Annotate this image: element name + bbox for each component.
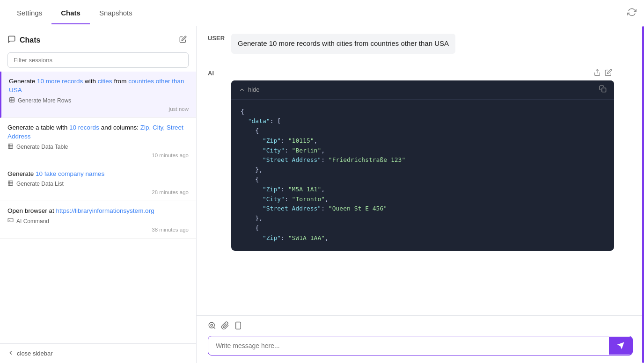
message-input-wrap	[208, 336, 633, 356]
vision-button[interactable]	[208, 321, 216, 332]
code-block: hide { "data": [ {	[231, 80, 614, 251]
sidebar-header: Chats	[0, 26, 196, 51]
chat-icon	[7, 35, 16, 45]
code-content: { "data": [ { "Zip": "10115", "City": "B…	[231, 100, 614, 251]
top-tabs-bar: Settings Chats Snapshots	[0, 0, 644, 26]
share-button[interactable]	[593, 69, 601, 78]
session-title: Generate 10 more records with cities fro…	[9, 77, 189, 95]
svg-rect-9	[236, 322, 241, 329]
chevron-left-icon	[7, 349, 14, 357]
svg-point-6	[209, 322, 214, 328]
tab-settings[interactable]: Settings	[7, 1, 51, 24]
main-layout: Chats Generate 10 more records with citi…	[0, 26, 644, 363]
sidebar-title: Chats	[7, 35, 40, 45]
table-icon	[7, 180, 14, 188]
svg-rect-5	[602, 88, 606, 92]
ai-message-actions	[231, 69, 614, 78]
session-time: 10 minutes ago	[7, 152, 189, 158]
session-meta-label: Generate Data List	[16, 181, 64, 187]
copy-button[interactable]	[599, 85, 607, 94]
user-message-content: Generate 10 more records with cities fro…	[231, 34, 614, 54]
svg-line-8	[213, 327, 215, 328]
session-time: just now	[9, 106, 189, 112]
session-title: Generate a table with 10 records and col…	[7, 123, 189, 141]
message-input[interactable]	[208, 336, 609, 355]
tab-snapshots[interactable]: Snapshots	[90, 1, 142, 24]
session-meta-label: AI Command	[16, 218, 49, 225]
session-meta: Generate More Rows	[9, 97, 189, 104]
filter-sessions-input[interactable]	[7, 52, 189, 68]
table-icon	[7, 143, 14, 151]
user-role-label: USER	[208, 34, 231, 42]
svg-rect-0	[10, 97, 15, 102]
svg-point-7	[211, 324, 213, 327]
session-meta: Generate Data List	[7, 180, 189, 188]
refresh-button[interactable]	[627, 7, 637, 19]
ai-message-row: AI	[197, 61, 625, 258]
list-item[interactable]: Generate 10 fake company names Generate …	[0, 164, 196, 202]
list-item[interactable]: Open browser at https://libraryinformati…	[0, 201, 196, 239]
attach-button[interactable]	[221, 321, 229, 332]
input-toolbar	[208, 321, 633, 332]
ai-message-content: hide { "data": [ {	[231, 69, 614, 251]
sidebar: Chats Generate 10 more records with citi…	[0, 26, 197, 363]
scroll-indicator	[642, 26, 644, 363]
tab-chats[interactable]: Chats	[51, 1, 90, 24]
close-sidebar-button[interactable]: close sidebar	[0, 343, 196, 363]
hide-code-button[interactable]: hide	[239, 86, 260, 93]
user-message-text: Generate 10 more records with cities fro…	[231, 34, 455, 54]
svg-rect-1	[8, 144, 13, 148]
ai-role-label: AI	[208, 69, 231, 77]
session-meta-label: Generate More Rows	[18, 97, 71, 104]
right-panel: USER Generate 10 more records with citie…	[197, 26, 644, 363]
table-icon	[9, 97, 15, 104]
svg-rect-2	[8, 181, 13, 186]
code-block-header: hide	[231, 80, 614, 100]
terminal-icon	[7, 218, 14, 225]
session-meta: Generate Data Table	[7, 143, 189, 151]
edit-button[interactable]	[605, 69, 612, 78]
list-item[interactable]: Generate a table with 10 records and col…	[0, 118, 196, 164]
session-title: Open browser at https://libraryinformati…	[7, 207, 189, 216]
session-title: Generate 10 fake company names	[7, 170, 189, 179]
mobile-button[interactable]	[234, 321, 242, 332]
list-item[interactable]: Generate 10 more records with cities fro…	[0, 72, 196, 118]
user-message-row: USER Generate 10 more records with citie…	[197, 26, 625, 61]
new-chat-button[interactable]	[177, 34, 189, 47]
input-area	[197, 315, 644, 363]
filter-input-wrap	[0, 51, 196, 72]
session-time: 28 minutes ago	[7, 189, 189, 195]
session-meta: AI Command	[7, 218, 189, 225]
send-button[interactable]	[609, 337, 632, 355]
chat-area: USER Generate 10 more records with citie…	[197, 26, 644, 315]
session-meta-label: Generate Data Table	[16, 144, 68, 150]
chat-sessions-list: Generate 10 more records with cities fro…	[0, 72, 196, 343]
session-time: 38 minutes ago	[7, 227, 189, 232]
